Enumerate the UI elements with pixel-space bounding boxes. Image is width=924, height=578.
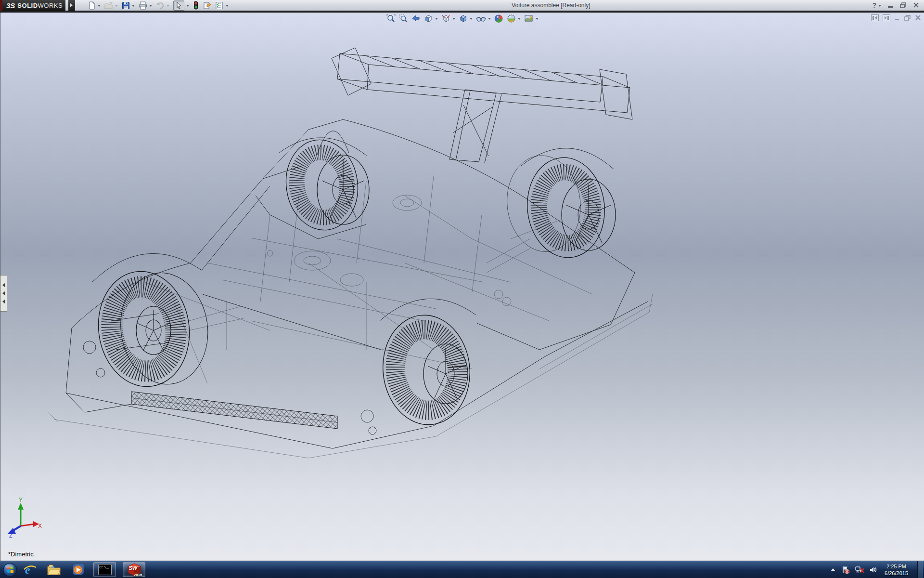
internet-explorer-icon: e [23,563,37,577]
rear-right-wheel [502,149,610,263]
front-left-wheel [91,263,215,393]
media-player-button[interactable] [69,563,87,577]
solidworks-logo: 3S SOLID WORKS [0,0,65,11]
system-tray: 2:25 PM 6/26/2015 [830,561,924,578]
file-properties-button[interactable] [202,1,212,10]
save-dropdown-caret[interactable] [132,5,135,8]
triad-y-label: Y [19,497,23,503]
start-button[interactable] [3,563,17,577]
window-controls: ? [872,1,924,9]
media-player-icon [71,563,85,577]
show-desktop-button[interactable] [917,561,923,578]
volume-icon[interactable] [869,566,878,574]
taskbar-items: e C:\_ [21,562,145,577]
new-dropdown-caret[interactable] [98,5,101,8]
internet-explorer-button[interactable]: e [21,563,38,577]
help-icon: ? [872,1,876,9]
print-dropdown-caret[interactable] [149,5,152,8]
taskbar: e C:\_ [0,561,924,578]
hidden-icons-arrow-button[interactable] [830,567,836,572]
undo-button[interactable] [155,1,170,10]
command-prompt-button[interactable]: C:\_ [93,562,116,577]
triad-z-label: Z [9,533,13,538]
solidworks-taskbar-button[interactable]: SW 2015 [123,562,145,577]
options-icon [215,1,224,10]
clock-date: 6/26/2015 [885,570,908,577]
rear-left-wheel [378,311,475,429]
window-title: Voiture assomblee [Read-only] [230,2,872,9]
print-document-button[interactable] [138,1,153,10]
command-prompt-icon: C:\_ [98,564,112,575]
close-button[interactable] [913,2,919,8]
undo-dropdown-caret[interactable] [167,5,169,8]
options-dropdown-caret[interactable] [226,5,229,8]
brand-name-bold: SOLID [17,2,38,9]
rear-wing [332,48,632,163]
restore-button[interactable] [900,2,907,8]
help-button[interactable]: ? [872,1,881,9]
save-document-button[interactable] [121,1,136,10]
file-properties-icon [203,1,211,10]
wireframe-race-car-model[interactable] [0,13,924,561]
windows-explorer-button[interactable] [45,563,63,577]
help-dropdown-caret[interactable] [878,5,881,8]
undo-icon [156,1,165,10]
clock-time: 2:25 PM [885,563,908,570]
new-document-button[interactable] [87,1,102,10]
brand-name-light: WORKS [38,2,63,9]
save-document-icon [122,1,130,10]
desktop: 3S SOLID WORKS [0,0,924,578]
open-document-button[interactable] [103,1,119,10]
titlebar: 3S SOLID WORKS [0,0,924,12]
brand-prefix: 3S [6,1,15,10]
print-document-icon [139,1,147,10]
view-orientation-label: *Dimetric [8,551,34,558]
menu-flyout-button[interactable] [68,0,75,11]
radiator-mesh [131,392,337,429]
open-dropdown-caret[interactable] [115,5,118,8]
options-button[interactable] [214,1,230,10]
logo-accent-strip [0,0,2,11]
windows-start-orb-icon [3,563,17,577]
new-document-icon [88,1,96,10]
svg-text:e: e [25,564,30,576]
front-right-wheel [281,135,364,235]
network-disconnected-icon[interactable] [855,565,864,574]
minimize-button[interactable] [887,3,894,8]
orientation-triad: Y X Z [3,496,42,538]
solidworks-2015-icon: SW 2015 [127,563,141,577]
rebuild-button[interactable] [192,0,200,10]
select-tool-button[interactable] [172,0,190,11]
chassis-detail-lines [145,176,592,383]
action-center-flag-icon[interactable] [841,565,850,574]
open-document-icon [104,1,113,10]
folder-icon [47,564,61,576]
graphics-viewport[interactable]: Y X Z *Dimetric [0,13,924,561]
traffic-light-icon [193,1,199,10]
select-dropdown-caret[interactable] [186,5,189,8]
flyout-arrow-icon [70,3,75,7]
taskbar-clock[interactable]: 2:25 PM 6/26/2015 [883,563,912,577]
main-toolbar [87,0,230,11]
select-cursor-icon [175,1,182,10]
triad-x-label: X [38,523,42,529]
wheels [91,135,616,429]
